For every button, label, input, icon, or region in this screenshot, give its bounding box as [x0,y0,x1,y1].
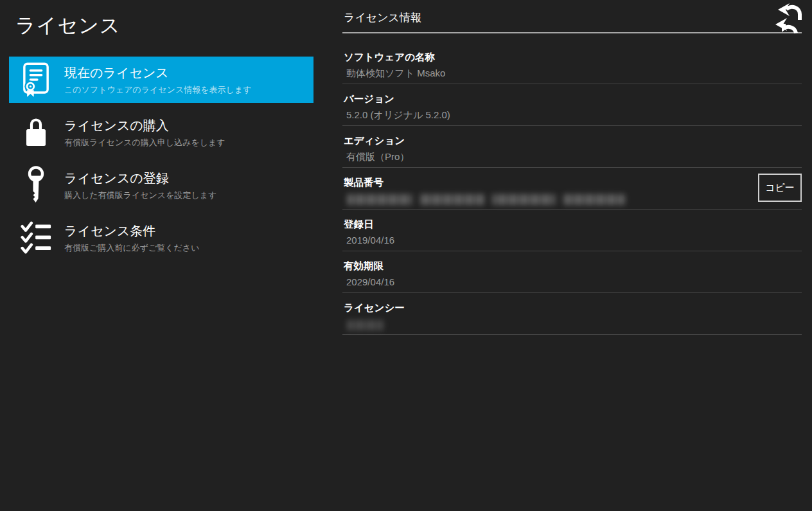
sidebar-item-label: ライセンス条件 [64,223,199,238]
field-row-registration-date: 登録日 2019/04/16 [342,210,802,251]
field-label: ソフトウェアの名称 [344,51,802,63]
copy-button[interactable]: コピー [758,174,802,202]
sidebar-item-description: 購入した有償版ライセンスを設定します [64,190,216,200]
field-row-version: バージョン 5.2.0 (オリジナル 5.2.0) [342,84,802,126]
field-value: 2019/04/16 [346,235,802,246]
refresh-icon[interactable] [773,1,806,37]
certificate-icon [21,62,51,98]
field-label: バージョン [344,93,802,105]
sidebar-item-label: ライセンスの購入 [64,118,225,133]
field-row-software-name: ソフトウェアの名称 動体検知ソフト Msako [342,42,802,84]
panel-title: ライセンス情報 [344,10,802,25]
panel-header: ライセンス情報 [342,0,802,33]
field-value: 5.2.0 (オリジナル 5.2.0) [346,109,802,121]
field-value: 動体検知ソフト Msako [346,67,802,79]
checklist-icon [21,219,51,256]
license-fields: ソフトウェアの名称 動体検知ソフト Msako バージョン 5.2.0 (オリジ… [342,33,802,335]
sidebar-item-description: このソフトウェアのライセンス情報を表示します [64,85,251,94]
field-row-product-number: 製品番号 コピー [342,168,802,210]
sidebar-item-description: 有償版ご購入前に必ずご覧ください [64,243,199,253]
field-value: 有償版（Pro） [346,151,802,163]
license-info-panel: ライセンス情報 ソフトウェアの名称 動体検知ソフト Msako バージョン 5.… [342,0,802,335]
sidebar-item-current-license[interactable]: 現在のライセンス このソフトウェアのライセンス情報を表示します [9,57,313,103]
sidebar-item-purchase-license[interactable]: ライセンスの購入 有償版ライセンスの購入申し込みをします [9,109,313,156]
field-label: 登録日 [344,218,802,230]
sidebar-item-register-license[interactable]: ライセンスの登録 購入した有償版ライセンスを設定します [9,162,313,208]
page-title: ライセンス [15,12,334,39]
field-value: 2029/04/16 [346,276,802,288]
key-icon [21,165,51,205]
masked-value [348,194,625,205]
field-label: エディション [344,134,802,147]
sidebar-item-label: ライセンスの登録 [64,170,216,186]
sidebar-item-description: 有償版ライセンスの購入申し込みをします [64,138,225,147]
shopping-bag-icon [21,117,51,148]
license-screen: ライセンス 現在のライセンス [0,0,812,511]
masked-value [348,320,384,330]
sidebar: ライセンス 現在のライセンス [0,0,334,261]
sidebar-item-license-terms[interactable]: ライセンス条件 有償版ご購入前に必ずご覧ください [9,215,313,261]
license-menu: 現在のライセンス このソフトウェアのライセンス情報を表示します ライセンスの購入… [0,57,334,261]
field-label: 製品番号 [344,176,802,188]
field-row-licensee: ライセンシー [342,293,802,335]
field-label: 有効期限 [344,260,802,272]
field-row-edition: エディション 有償版（Pro） [342,126,802,168]
field-row-expiration-date: 有効期限 2029/04/16 [342,251,802,293]
field-label: ライセンシー [344,301,802,314]
sidebar-item-label: 現在のライセンス [64,65,251,80]
